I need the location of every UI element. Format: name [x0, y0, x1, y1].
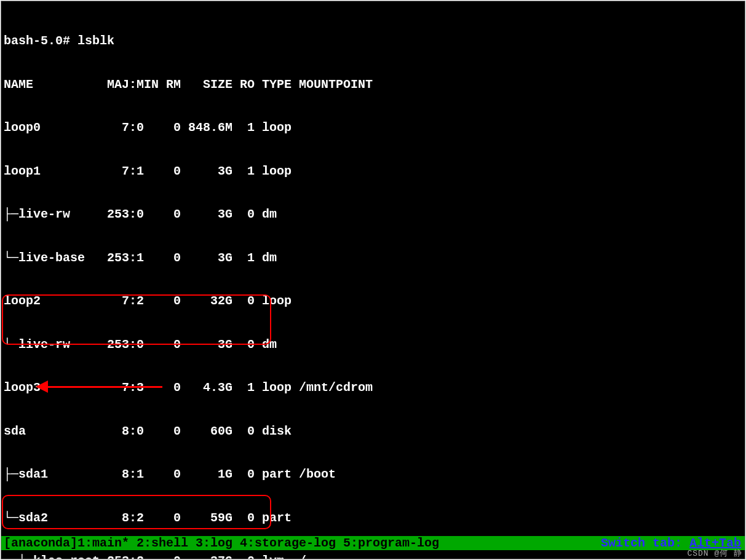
status-left[interactable]: [anaconda]1:main* 2:shell 3:log 4:storag… — [4, 536, 439, 550]
terminal-output[interactable]: bash-5.0# lsblk NAME MAJ:MIN RM SIZE RO … — [1, 1, 745, 559]
cmd-lsblk: bash-5.0# lsblk — [4, 34, 742, 49]
tmux-status-bar[interactable]: [anaconda]1:main* 2:shell 3:log 4:storag… — [1, 536, 745, 550]
lsblk-row: └─live-base 253:1 0 3G 1 dm — [4, 251, 742, 266]
lsblk-row: └─live-rw 253:0 0 3G 0 dm — [4, 337, 742, 352]
lsblk-row: loop0 7:0 0 848.6M 1 loop — [4, 120, 742, 135]
lsblk-row: loop1 7:1 0 3G 1 loop — [4, 164, 742, 179]
annotation-arrow — [46, 386, 162, 388]
lsblk-header: NAME MAJ:MIN RM SIZE RO TYPE MOUNTPOINT — [4, 77, 742, 92]
lsblk-row: loop2 7:2 0 32G 0 loop — [4, 294, 742, 309]
watermark: CSDN @何 静 — [687, 548, 742, 559]
lsblk-row: └─sda2 8:2 0 59G 0 part — [4, 511, 742, 526]
terminal-window[interactable]: bash-5.0# lsblk NAME MAJ:MIN RM SIZE RO … — [1, 1, 745, 559]
annotation-arrow-head — [36, 381, 48, 393]
lsblk-row: sda 8:0 0 60G 0 disk — [4, 424, 742, 439]
lsblk-row: ├─klas-root 253:2 0 37G 0 lvm / — [4, 554, 742, 559]
lsblk-row: ├─live-rw 253:0 0 3G 0 dm — [4, 207, 742, 222]
lsblk-row: ├─sda1 8:1 0 1G 0 part /boot — [4, 467, 742, 482]
